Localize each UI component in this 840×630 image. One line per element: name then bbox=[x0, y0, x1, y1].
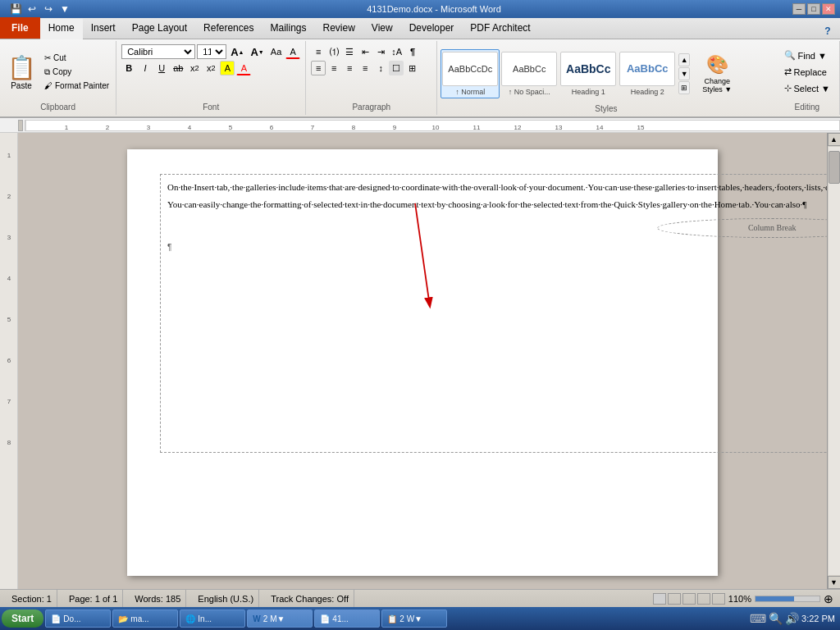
highlight-button[interactable]: A bbox=[220, 61, 235, 75]
tab-pdf-architect[interactable]: PDF Architect bbox=[462, 19, 538, 39]
print-layout-button[interactable] bbox=[653, 593, 666, 605]
tab-references[interactable]: References bbox=[195, 19, 262, 39]
customize-qa-button[interactable]: ▼ bbox=[57, 2, 72, 16]
style-heading1-box[interactable]: AaBbCc Heading 1 bbox=[559, 49, 618, 98]
replace-button[interactable]: ⇄ Replace bbox=[780, 65, 834, 80]
document-area[interactable]: On·the·Insert·tab,·the·galleries·include… bbox=[18, 133, 827, 589]
status-track-changes: Track Changes: Off bbox=[266, 590, 354, 607]
indent-decrease-button[interactable]: ⇤ bbox=[358, 44, 372, 59]
italic-button[interactable]: I bbox=[138, 61, 153, 75]
line-spacing-button[interactable]: ↕ bbox=[373, 61, 388, 75]
minimize-button[interactable]: ─ bbox=[792, 3, 806, 15]
tab-review[interactable]: Review bbox=[314, 19, 363, 39]
column-break-indicator: Column Break bbox=[657, 218, 827, 238]
taskbar-doc-button[interactable]: 📄 Do... bbox=[45, 609, 111, 628]
svg-text:13: 13 bbox=[555, 124, 563, 131]
show-marks-button[interactable]: ¶ bbox=[405, 44, 420, 59]
bullets-button[interactable]: ≡ bbox=[311, 44, 326, 59]
style-heading2-box[interactable]: AaBbCc Heading 2 bbox=[618, 49, 677, 98]
window-controls: ─ □ ✕ bbox=[792, 3, 835, 15]
tab-mailings[interactable]: Mailings bbox=[262, 19, 314, 39]
sort-button[interactable]: ↕A bbox=[389, 44, 404, 59]
align-left-button[interactable]: ≡ bbox=[311, 61, 326, 75]
svg-text:3: 3 bbox=[7, 234, 11, 241]
keyboard-icon[interactable]: ⌨ bbox=[750, 612, 766, 625]
tab-page-layout[interactable]: Page Layout bbox=[124, 19, 195, 39]
subscript-button[interactable]: x2 bbox=[187, 61, 202, 75]
svg-text:8: 8 bbox=[352, 124, 356, 131]
indent-increase-button[interactable]: ⇥ bbox=[373, 44, 388, 59]
multilevel-button[interactable]: ☰ bbox=[342, 44, 357, 59]
redo-button[interactable]: ↪ bbox=[41, 2, 56, 16]
scroll-down-button[interactable]: ▼ bbox=[828, 576, 841, 589]
style-normal-box[interactable]: AaBbCcDc ↑ Normal bbox=[441, 49, 500, 98]
taskbar-2w-button[interactable]: 📋 2 W▼ bbox=[381, 609, 447, 628]
numbering-button[interactable]: ⑴ bbox=[326, 44, 341, 59]
draft-view-button[interactable] bbox=[712, 593, 725, 605]
tab-home[interactable]: Home bbox=[40, 19, 83, 39]
maximize-button[interactable]: □ bbox=[807, 3, 820, 15]
undo-button[interactable]: ↩ bbox=[25, 2, 39, 16]
svg-text:7: 7 bbox=[7, 398, 11, 405]
select-button[interactable]: ⊹ Select ▼ bbox=[780, 81, 834, 96]
underline-button[interactable]: U bbox=[154, 61, 169, 75]
close-button[interactable]: ✕ bbox=[822, 3, 835, 15]
save-button[interactable]: 💾 bbox=[8, 2, 23, 16]
justify-button[interactable]: ≡ bbox=[358, 61, 372, 75]
taskbar-in-button[interactable]: 🌐 In... bbox=[180, 609, 245, 628]
scroll-track[interactable] bbox=[829, 147, 840, 575]
zoom-slider[interactable] bbox=[755, 596, 820, 602]
taskbar-ma-button[interactable]: 📂 ma... bbox=[112, 609, 178, 628]
tab-developer[interactable]: Developer bbox=[401, 19, 463, 39]
network-icon[interactable]: 🔊 bbox=[785, 612, 799, 625]
clear-formatting-button[interactable]: A bbox=[285, 44, 300, 59]
styles-more-button[interactable]: ⊞ bbox=[678, 81, 690, 94]
font-size-select[interactable]: 11 bbox=[197, 44, 226, 59]
para-mark-area: ¶ bbox=[167, 241, 827, 253]
tab-file[interactable]: File bbox=[0, 17, 40, 39]
ruler-container: 1 2 3 4 5 6 7 8 9 10 11 12 13 14 15 bbox=[0, 118, 840, 133]
scroll-thumb[interactable] bbox=[829, 151, 840, 184]
strikethrough-button[interactable]: ab bbox=[171, 61, 185, 75]
font-grow-button[interactable]: A▲ bbox=[228, 44, 246, 59]
tab-view[interactable]: View bbox=[363, 19, 401, 39]
cut-button[interactable]: ✂ Cut bbox=[41, 52, 112, 65]
change-styles-button[interactable]: 🎨 ChangeStyles ▼ bbox=[692, 49, 742, 98]
change-styles-label: ChangeStyles ▼ bbox=[702, 77, 732, 94]
full-screen-button[interactable] bbox=[668, 593, 681, 605]
help-button[interactable]: ? bbox=[820, 24, 835, 39]
superscript-button[interactable]: x2 bbox=[203, 61, 218, 75]
taskbar-41-button[interactable]: 📄 41... bbox=[314, 609, 380, 628]
shading-button[interactable]: ☐ bbox=[389, 61, 404, 75]
editing-buttons: 🔍 Find ▼ ⇄ Replace ⊹ Select ▼ bbox=[778, 43, 836, 101]
copy-button[interactable]: ⧉ Copy bbox=[41, 66, 112, 79]
styles-scroll-up[interactable]: ▲ bbox=[678, 53, 690, 66]
svg-text:1: 1 bbox=[65, 124, 69, 131]
svg-text:1: 1 bbox=[7, 152, 11, 159]
font-name-select[interactable]: Calibri bbox=[121, 44, 195, 59]
tab-insert[interactable]: Insert bbox=[83, 19, 124, 39]
taskbar-word-button[interactable]: W 2 M▼ bbox=[247, 609, 313, 628]
paste-button[interactable]: 📋 Paste bbox=[3, 48, 39, 96]
zoom-in-button[interactable]: ⊕ bbox=[824, 592, 833, 605]
center-button[interactable]: ≡ bbox=[326, 61, 341, 75]
bold-button[interactable]: B bbox=[121, 61, 136, 75]
outline-view-button[interactable] bbox=[697, 593, 710, 605]
styles-scroll-down[interactable]: ▼ bbox=[678, 67, 690, 80]
style-no-spacing-box[interactable]: AaBbCc ↑ No Spaci... bbox=[500, 49, 559, 98]
scroll-up-button[interactable]: ▲ bbox=[828, 133, 841, 146]
align-right-button[interactable]: ≡ bbox=[342, 61, 357, 75]
font-shrink-button[interactable]: A▼ bbox=[248, 44, 266, 59]
find-button[interactable]: 🔍 Find ▼ bbox=[780, 48, 834, 63]
font-color-button[interactable]: A bbox=[236, 61, 251, 75]
search-tray-icon[interactable]: 🔍 bbox=[769, 612, 783, 625]
vertical-scrollbar[interactable]: ▲ ▼ bbox=[827, 133, 840, 589]
format-painter-button[interactable]: 🖌 Format Painter bbox=[41, 80, 112, 93]
svg-text:9: 9 bbox=[393, 124, 397, 131]
paste-label: Paste bbox=[11, 81, 32, 90]
start-button[interactable]: Start bbox=[2, 609, 43, 628]
font-row-1: Calibri 11 A▲ A▼ Aa A bbox=[121, 44, 300, 59]
web-layout-button[interactable] bbox=[682, 593, 696, 605]
border-button[interactable]: ⊞ bbox=[404, 61, 419, 75]
change-case-button[interactable]: Aa bbox=[268, 44, 284, 59]
